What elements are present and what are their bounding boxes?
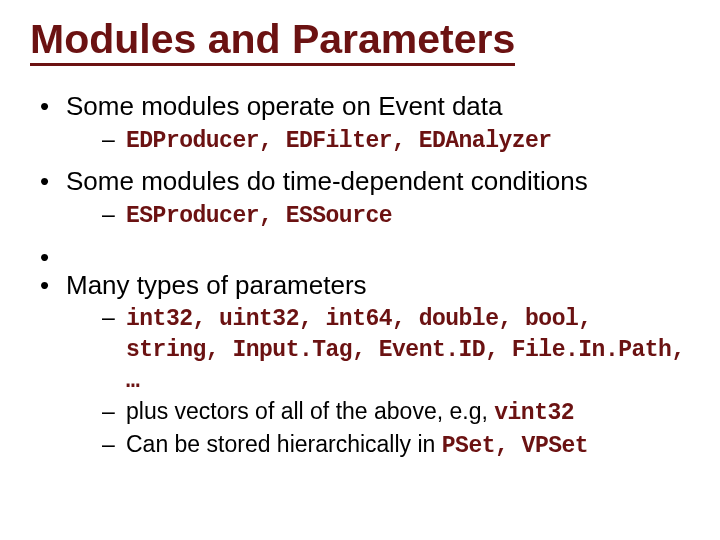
sub-item: ESProducer, ESSource bbox=[66, 200, 690, 231]
code-text: vint32 bbox=[494, 400, 574, 426]
bullet-text: Many types of parameters bbox=[66, 270, 367, 300]
sub-list: int32, uint32, int64, double, bool, stri… bbox=[66, 303, 690, 461]
sub-text: plus vectors of all of the above, e.g, bbox=[126, 398, 494, 424]
code-text: EDProducer, EDFilter, EDAnalyzer bbox=[126, 128, 552, 154]
sub-item-types: int32, uint32, int64, double, bool, stri… bbox=[66, 303, 690, 395]
slide-title: Modules and Parameters bbox=[30, 18, 515, 66]
bullet-modules-event: Some modules operate on Event data EDPro… bbox=[30, 90, 690, 155]
bullet-text: Some modules do time-dependent condition… bbox=[66, 166, 588, 196]
sub-list: EDProducer, EDFilter, EDAnalyzer bbox=[66, 125, 690, 156]
slide: Modules and Parameters Some modules oper… bbox=[0, 0, 720, 540]
bullet-parameters: Many types of parameters int32, uint32, … bbox=[30, 269, 690, 461]
code-text: int32, uint32, int64, double, bool, stri… bbox=[126, 306, 685, 394]
sub-text: Can be stored hierarchically in bbox=[126, 431, 442, 457]
sub-item: EDProducer, EDFilter, EDAnalyzer bbox=[66, 125, 690, 156]
spacer bbox=[30, 241, 690, 269]
sub-list: ESProducer, ESSource bbox=[66, 200, 690, 231]
bullet-modules-time: Some modules do time-dependent condition… bbox=[30, 165, 690, 230]
bullet-list: Some modules operate on Event data EDPro… bbox=[30, 90, 690, 461]
bullet-text: Some modules operate on Event data bbox=[66, 91, 503, 121]
code-text: PSet, VPSet bbox=[442, 433, 588, 459]
sub-item-vectors: plus vectors of all of the above, e.g, v… bbox=[66, 397, 690, 428]
code-text: ESProducer, ESSource bbox=[126, 203, 392, 229]
sub-item-hierarchical: Can be stored hierarchically in PSet, VP… bbox=[66, 430, 690, 461]
